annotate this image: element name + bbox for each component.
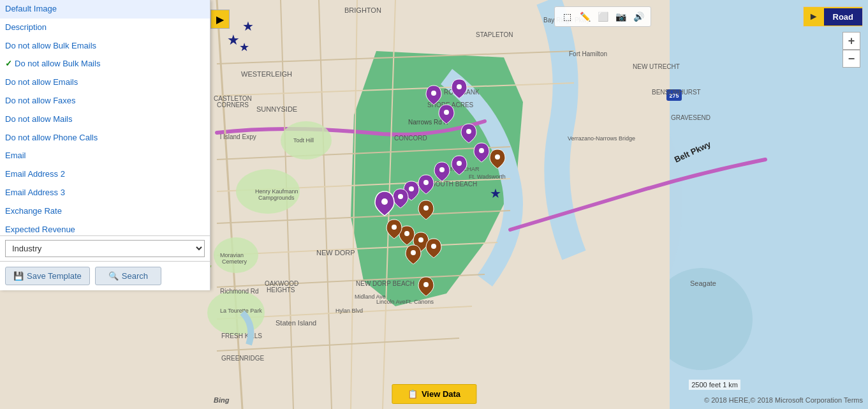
svg-text:Henry Kaufmann: Henry Kaufmann bbox=[255, 188, 298, 195]
svg-point-54 bbox=[444, 110, 449, 115]
map-toolbar: ⬚ ✏️ ⬜ 📷 🔊 bbox=[554, 6, 651, 27]
dropdown-section: Industry bbox=[0, 236, 210, 262]
svg-point-59 bbox=[423, 180, 429, 185]
svg-text:l Island Expy: l Island Expy bbox=[220, 133, 256, 140]
svg-text:SOUTH BEACH: SOUTH BEACH bbox=[431, 181, 477, 188]
svg-text:Verrazano-Narrows Bridge: Verrazano-Narrows Bridge bbox=[568, 135, 635, 142]
copyright-text: © 2018 HERE,© 2018 Microsoft Corporation… bbox=[704, 396, 863, 404]
toolbar-edit-icon[interactable]: ✏️ bbox=[578, 10, 592, 24]
industry-dropdown[interactable]: Industry bbox=[5, 240, 205, 257]
view-data-label: View Data bbox=[422, 389, 460, 399]
svg-text:Seagate: Seagate bbox=[690, 279, 716, 287]
svg-text:Ft. Canons: Ft. Canons bbox=[406, 299, 434, 305]
action-buttons: 💾 Save Template 🔍 Search bbox=[0, 262, 210, 290]
svg-text:NEW DORP: NEW DORP bbox=[316, 249, 355, 257]
svg-text:SUNNYSIDE: SUNNYSIDE bbox=[256, 105, 297, 113]
svg-text:★: ★ bbox=[242, 19, 254, 33]
svg-text:Ft. Wadsworth: Ft. Wadsworth bbox=[469, 174, 506, 180]
svg-text:Moravian: Moravian bbox=[220, 252, 244, 258]
sidebar-item-3[interactable]: ✓Do not allow Bulk Mails bbox=[0, 55, 210, 73]
svg-text:Cemetery: Cemetery bbox=[222, 258, 247, 265]
sidebar-item-12[interactable]: Expected Revenue bbox=[0, 221, 210, 236]
sidebar-item-6[interactable]: Do not allow Mails bbox=[0, 110, 210, 129]
sidebar-item-5[interactable]: Do not allow Faxes bbox=[0, 92, 210, 110]
svg-text:CORNERS: CORNERS bbox=[217, 101, 249, 108]
svg-text:NEW DORP BEACH: NEW DORP BEACH bbox=[356, 280, 415, 287]
svg-point-66 bbox=[418, 237, 423, 242]
svg-point-56 bbox=[479, 148, 484, 153]
svg-text:GREENRIDGE: GREENRIDGE bbox=[221, 355, 265, 362]
svg-text:NEW UTRECHT: NEW UTRECHT bbox=[633, 63, 680, 70]
svg-text:La Tourette Park: La Tourette Park bbox=[220, 308, 262, 314]
svg-text:Lincoln Ave: Lincoln Ave bbox=[376, 299, 406, 305]
svg-text:Richmond Rd: Richmond Rd bbox=[220, 288, 259, 295]
nav-arrow-button[interactable]: ▶ bbox=[210, 10, 230, 29]
toolbar-camera-icon[interactable]: 📷 bbox=[614, 10, 628, 24]
svg-text:GRAVESEND: GRAVESEND bbox=[671, 114, 710, 121]
toolbar-select-icon[interactable]: ⬚ bbox=[560, 10, 574, 24]
sidebar-item-10[interactable]: Email Address 3 bbox=[0, 184, 210, 202]
map-type-selector: ► Road bbox=[803, 6, 863, 27]
svg-point-64 bbox=[404, 231, 409, 236]
svg-point-74 bbox=[381, 198, 388, 205]
search-button[interactable]: 🔍 Search bbox=[95, 267, 161, 285]
svg-text:WESTERLEIGH: WESTERLEIGH bbox=[241, 70, 292, 78]
svg-text:Todt Hill: Todt Hill bbox=[293, 137, 314, 144]
search-label: Search bbox=[122, 271, 148, 281]
svg-text:Hylan Blvd: Hylan Blvd bbox=[335, 308, 363, 314]
sidebar-item-9[interactable]: Email Address 2 bbox=[0, 165, 210, 184]
zoom-in-button[interactable]: + bbox=[842, 32, 860, 50]
map-type-arrow[interactable]: ► bbox=[804, 7, 824, 26]
svg-text:★: ★ bbox=[227, 32, 240, 48]
svg-point-57 bbox=[457, 161, 462, 166]
sidebar-item-2[interactable]: Do not allow Bulk Emails bbox=[0, 37, 210, 56]
sidebar-item-1[interactable]: Description bbox=[0, 19, 210, 37]
svg-text:Staten Island: Staten Island bbox=[276, 319, 316, 327]
sidebar-item-11[interactable]: Exchange Rate bbox=[0, 202, 210, 221]
toolbar-erase-icon[interactable]: ⬜ bbox=[596, 10, 610, 24]
svg-text:★: ★ bbox=[239, 41, 249, 54]
sidebar-panel: Default ImageDescriptionDo not allow Bul… bbox=[0, 0, 210, 290]
svg-point-55 bbox=[466, 129, 471, 134]
svg-text:HEIGHTS: HEIGHTS bbox=[267, 286, 295, 294]
arrow-icon: ▶ bbox=[216, 13, 224, 26]
road-view-button[interactable]: Road bbox=[824, 8, 863, 26]
save-label: Save Template bbox=[27, 271, 82, 281]
svg-point-61 bbox=[398, 194, 403, 199]
view-data-button[interactable]: 📋 View Data bbox=[392, 384, 476, 404]
svg-text:BENSONHURST: BENSONHURST bbox=[652, 89, 701, 96]
zoom-controls: + − bbox=[842, 32, 860, 68]
svg-text:CONCORD: CONCORD bbox=[394, 135, 427, 142]
save-icon: 💾 bbox=[13, 271, 24, 281]
svg-point-65 bbox=[392, 225, 397, 230]
search-icon: 🔍 bbox=[108, 271, 119, 281]
svg-text:FRESH KILLS: FRESH KILLS bbox=[221, 332, 262, 339]
svg-point-58 bbox=[439, 167, 445, 172]
zoom-out-button[interactable]: − bbox=[842, 50, 860, 68]
svg-text:Campgrounds: Campgrounds bbox=[258, 195, 295, 201]
sidebar-item-8[interactable]: Email bbox=[0, 147, 210, 165]
svg-point-62 bbox=[495, 154, 500, 160]
svg-text:BRIGHTON: BRIGHTON bbox=[344, 6, 381, 14]
svg-text:Fort Hamilton: Fort Hamilton bbox=[569, 50, 607, 57]
svg-text:★: ★ bbox=[490, 186, 501, 200]
svg-point-67 bbox=[431, 244, 436, 249]
svg-point-63 bbox=[423, 205, 429, 211]
scale-bar: 2500 feet 1 km bbox=[689, 380, 740, 390]
svg-point-53 bbox=[457, 84, 462, 89]
sidebar-item-7[interactable]: Do not allow Phone Calls bbox=[0, 129, 210, 147]
table-icon: 📋 bbox=[408, 389, 418, 399]
svg-point-69 bbox=[423, 282, 429, 287]
sidebar-item-4[interactable]: Do not allow Emails bbox=[0, 73, 210, 92]
svg-text:STAPLETON: STAPLETON bbox=[476, 31, 513, 38]
bing-logo: Bing bbox=[214, 396, 229, 404]
scale-label: 2500 feet 1 km bbox=[691, 381, 738, 389]
toolbar-audio-icon[interactable]: 🔊 bbox=[631, 10, 645, 24]
save-template-button[interactable]: 💾 Save Template bbox=[5, 267, 90, 285]
svg-point-68 bbox=[411, 250, 416, 255]
copyright-label: © 2018 HERE,© 2018 Microsoft Corporation… bbox=[704, 396, 863, 404]
svg-point-60 bbox=[409, 186, 414, 191]
bing-label: Bing bbox=[214, 396, 229, 404]
field-list[interactable]: Default ImageDescriptionDo not allow Bul… bbox=[0, 0, 210, 236]
sidebar-item-0[interactable]: Default Image bbox=[0, 0, 210, 19]
